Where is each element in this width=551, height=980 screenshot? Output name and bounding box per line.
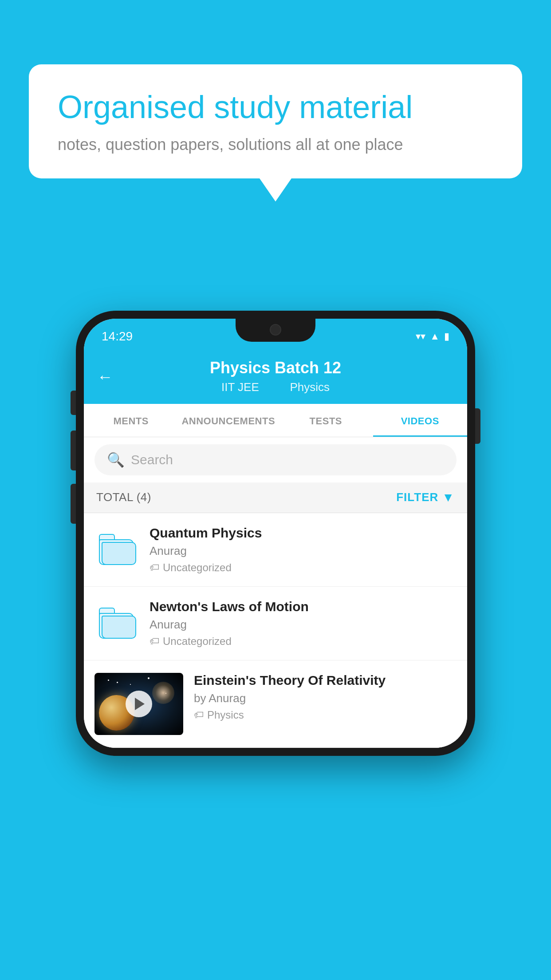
tag-icon: 🏷 [150,562,159,573]
folder-icon [99,534,134,565]
tag-label: Uncategorized [163,561,232,574]
filter-label: FILTER [396,490,438,504]
phone-wrapper: 14:29 ▾▾ ▲ ▮ ← Physics Batch 12 IIT JEE [76,311,475,756]
list-item[interactable]: Einstein's Theory Of Relativity by Anura… [84,660,467,748]
play-button[interactable] [126,691,152,717]
folder-front [102,542,136,565]
video-item-info: Quantum Physics Anurag 🏷 Uncategorized [150,526,457,574]
star [108,680,109,681]
phone-screen: 14:29 ▾▾ ▲ ▮ ← Physics Batch 12 IIT JEE [84,319,467,748]
speech-bubble: Organised study material notes, question… [29,64,522,178]
back-button[interactable]: ← [97,368,113,386]
filter-icon: ▼ [442,490,455,505]
subtitle-iitjee: IIT JEE [221,380,259,394]
folder-icon [99,608,134,639]
search-container: 🔍 Search [84,437,467,482]
video-title: Einstein's Theory Of Relativity [194,673,457,688]
search-icon: 🔍 [107,451,125,468]
folder-front [102,616,136,639]
speech-bubble-container: Organised study material notes, question… [29,64,522,178]
tag-label: Uncategorized [163,635,232,648]
list-item[interactable]: Quantum Physics Anurag 🏷 Uncategorized [84,513,467,587]
search-bar[interactable]: 🔍 Search [94,444,457,475]
phone-outer: 14:29 ▾▾ ▲ ▮ ← Physics Batch 12 IIT JEE [76,311,475,756]
folder-thumbnail [94,608,139,639]
tag-icon: 🏷 [150,636,159,647]
filter-bar: TOTAL (4) FILTER ▼ [84,482,467,513]
search-input[interactable]: Search [131,452,173,467]
play-icon [135,698,145,710]
phone-notch [236,319,315,342]
tab-videos[interactable]: VIDEOS [373,404,467,437]
tag-label: Physics [207,709,244,721]
video-item-info: Newton's Laws of Motion Anurag 🏷 Uncateg… [150,599,457,648]
app-header: ← Physics Batch 12 IIT JEE Physics [84,350,467,404]
header-subtitle: IIT JEE Physics [97,380,454,394]
mute-button [71,391,76,415]
front-camera [270,324,281,336]
battery-icon: ▮ [444,331,449,342]
video-title: Quantum Physics [150,526,457,541]
speech-bubble-subtitle: notes, question papers, solutions all at… [58,135,493,154]
star [117,682,118,683]
filter-button[interactable]: FILTER ▼ [396,490,455,505]
power-button [475,408,480,444]
volume-up-button [71,431,76,470]
tabs-bar: MENTS ANNOUNCEMENTS TESTS VIDEOS [84,404,467,437]
tab-announcements[interactable]: ANNOUNCEMENTS [178,404,279,437]
star [130,684,131,685]
wifi-icon: ▾▾ [416,331,425,342]
subtitle-dot [273,380,279,394]
video-author: Anurag [150,618,457,632]
status-time: 14:29 [102,329,133,344]
tab-ments[interactable]: MENTS [84,404,178,437]
video-title: Newton's Laws of Motion [150,599,457,614]
tag-icon: 🏷 [194,709,204,721]
page-title: Physics Batch 12 [97,358,454,379]
speech-bubble-title: Organised study material [58,89,493,126]
video-list: Quantum Physics Anurag 🏷 Uncategorized [84,513,467,748]
video-item-info: Einstein's Theory Of Relativity by Anura… [194,673,457,721]
subtitle-physics: Physics [290,380,330,394]
signal-icon: ▲ [430,331,440,342]
video-author: Anurag [150,544,457,558]
video-tag: 🏷 Physics [194,709,457,721]
star [148,677,150,679]
total-count: TOTAL (4) [96,490,151,504]
video-thumbnail [94,673,183,735]
volume-down-button [71,484,76,524]
video-tag: 🏷 Uncategorized [150,635,457,648]
tab-tests[interactable]: TESTS [279,404,373,437]
video-author: by Anurag [194,692,457,705]
list-item[interactable]: Newton's Laws of Motion Anurag 🏷 Uncateg… [84,587,467,660]
video-tag: 🏷 Uncategorized [150,561,457,574]
glow-effect [152,682,174,704]
status-icons: ▾▾ ▲ ▮ [416,331,449,342]
folder-thumbnail [94,534,139,565]
